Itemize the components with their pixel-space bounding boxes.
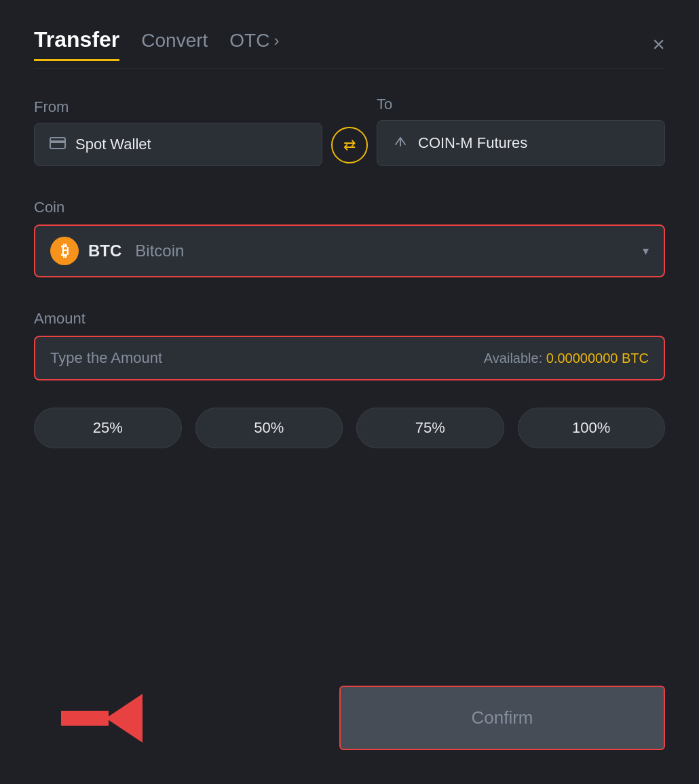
coin-section: Coin ₿ BTC Bitcoin ▾ — [34, 199, 665, 277]
tab-convert[interactable]: Convert — [141, 30, 208, 58]
tab-otc[interactable]: OTC › — [229, 30, 279, 58]
from-wallet-selector[interactable]: Spot Wallet — [34, 123, 322, 166]
from-to-section: From Spot Wallet ⇄ To — [34, 96, 665, 166]
pct-50-button[interactable]: 50% — [195, 408, 343, 448]
svg-rect-1 — [50, 140, 65, 143]
header: Transfer Convert OTC › × — [34, 27, 665, 61]
confirm-area: Confirm — [34, 672, 665, 750]
from-label: From — [34, 98, 322, 116]
amount-input[interactable] — [50, 349, 477, 367]
amount-section: Amount Available: 0.00000000 BTC — [34, 310, 665, 380]
pct-75-button[interactable]: 75% — [356, 408, 504, 448]
amount-input-box: Available: 0.00000000 BTC — [34, 336, 665, 380]
amount-label: Amount — [34, 310, 86, 327]
coin-full-name: Bitcoin — [135, 241, 184, 260]
close-button[interactable]: × — [652, 33, 665, 55]
swap-container: ⇄ — [322, 127, 377, 166]
from-block: From Spot Wallet — [34, 98, 322, 166]
pct-25-button[interactable]: 25% — [34, 408, 182, 448]
header-divider — [34, 68, 665, 68]
coin-label: Coin — [34, 199, 64, 216]
percentage-buttons: 25% 50% 75% 100% — [34, 408, 665, 448]
from-wallet-name: Spot Wallet — [75, 136, 151, 153]
available-value: 0.00000000 BTC — [546, 351, 649, 366]
arrow-shaft — [61, 711, 109, 726]
available-text: Available: 0.00000000 BTC — [484, 351, 649, 366]
tab-transfer[interactable]: Transfer — [34, 27, 119, 61]
swap-icon: ⇄ — [343, 136, 356, 154]
to-wallet-selector[interactable]: COIN-M Futures — [377, 120, 665, 166]
swap-button[interactable]: ⇄ — [331, 127, 368, 163]
futures-icon — [392, 133, 409, 153]
arrow-indicator — [61, 694, 143, 743]
to-label: To — [377, 96, 665, 113]
pct-100-button[interactable]: 100% — [518, 408, 666, 448]
coin-symbol: BTC — [88, 241, 121, 260]
to-block: To COIN-M Futures — [377, 96, 665, 166]
coin-selector[interactable]: ₿ BTC Bitcoin ▾ — [34, 224, 665, 277]
transfer-modal: Transfer Convert OTC › × From Spot Walle… — [0, 0, 699, 784]
confirm-button[interactable]: Confirm — [339, 686, 665, 750]
coin-chevron-icon: ▾ — [643, 243, 649, 258]
to-wallet-name: COIN-M Futures — [418, 134, 527, 152]
wallet-icon — [50, 136, 66, 153]
btc-icon: ₿ — [50, 237, 79, 265]
otc-chevron: › — [273, 31, 279, 50]
arrow-head-icon — [106, 694, 143, 743]
